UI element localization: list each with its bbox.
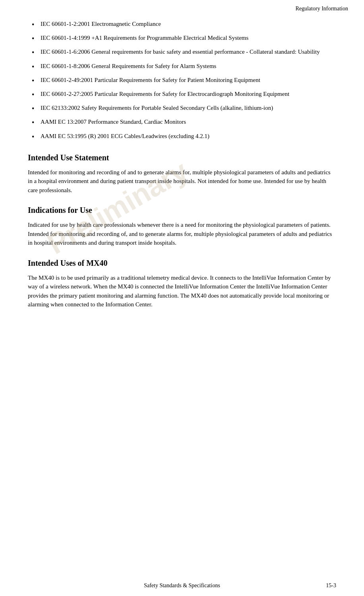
footer-center: Safety Standards & Specifications <box>105 582 259 589</box>
bullet-dot-6: • <box>32 104 39 114</box>
footer-right: 15-3 <box>259 582 336 589</box>
bullet-item-1: •IEC 60601-1-4:1999 +A1 Requirements for… <box>28 34 336 44</box>
header-title: Regulatory Information <box>295 6 348 12</box>
bullet-dot-5: • <box>32 90 39 100</box>
section-body-0: Intended for monitoring and recording of… <box>28 168 336 195</box>
bullet-dot-0: • <box>32 20 39 30</box>
section-heading-2: Intended Uses of MX40 <box>28 259 336 268</box>
section-body-2: The MX40 is to be used primarily as a tr… <box>28 273 336 309</box>
section-heading-1: Indications for Use <box>28 206 336 215</box>
bullet-item-8: •AAMI EC 53:1995 (R) 2001 ECG Cables/Lea… <box>28 132 336 142</box>
bullet-item-5: •IEC 60601-2-27:2005 Particular Requirem… <box>28 90 336 100</box>
bullet-dot-8: • <box>32 132 39 142</box>
page-content: •IEC 60601-1-2:2001 Electromagnetic Comp… <box>0 16 364 340</box>
bullet-item-7: •AAMI EC 13:2007 Performance Standard, C… <box>28 118 336 128</box>
section-heading-0: Intended Use Statement <box>28 153 336 162</box>
bullet-text-5: IEC 60601-2-27:2005 Particular Requireme… <box>41 90 289 99</box>
bullet-list: •IEC 60601-1-2:2001 Electromagnetic Comp… <box>28 20 336 142</box>
bullet-text-7: AAMI EC 13:2007 Performance Standard, Ca… <box>41 118 186 127</box>
bullet-dot-2: • <box>32 48 39 58</box>
bullet-text-2: IEC 60601-1-6:2006 General requirements … <box>41 48 320 56</box>
bullet-item-3: •IEC 60601-1-8:2006 General Requirements… <box>28 62 336 72</box>
bullet-dot-4: • <box>32 76 39 86</box>
bullet-item-0: •IEC 60601-1-2:2001 Electromagnetic Comp… <box>28 20 336 30</box>
bullet-text-0: IEC 60601-1-2:2001 Electromagnetic Compl… <box>41 20 161 29</box>
page-footer: Safety Standards & Specifications 15-3 <box>0 582 364 589</box>
bullet-dot-7: • <box>32 118 39 128</box>
bullet-text-4: IEC 60601-2-49:2001 Particular Requireme… <box>41 76 260 85</box>
bullet-text-1: IEC 60601-1-4:1999 +A1 Requirements for … <box>41 34 248 43</box>
bullet-item-2: •IEC 60601-1-6:2006 General requirements… <box>28 48 336 58</box>
section-body-1: Indicated for use by health care profess… <box>28 220 336 247</box>
page-header: Regulatory Information <box>0 0 364 16</box>
bullet-text-3: IEC 60601-1-8:2006 General Requirements … <box>41 62 216 71</box>
sections-container: Intended Use StatementIntended for monit… <box>28 153 336 309</box>
bullet-text-6: IEC 62133:2002 Safety Requirements for P… <box>41 104 273 113</box>
bullet-text-8: AAMI EC 53:1995 (R) 2001 ECG Cables/Lead… <box>41 132 209 141</box>
bullet-dot-1: • <box>32 34 39 44</box>
bullet-item-4: •IEC 60601-2-49:2001 Particular Requirem… <box>28 76 336 86</box>
bullet-dot-3: • <box>32 62 39 72</box>
bullet-item-6: •IEC 62133:2002 Safety Requirements for … <box>28 104 336 114</box>
